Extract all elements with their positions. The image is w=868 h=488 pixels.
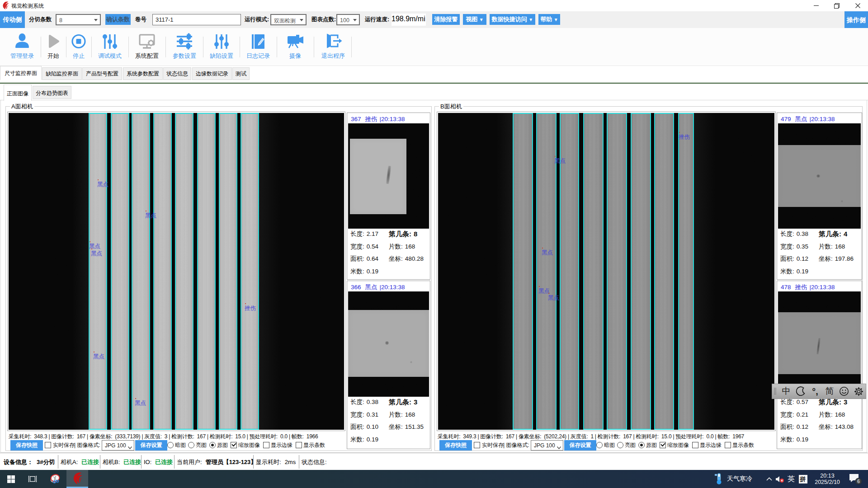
slit-count-combobox[interactable]: 8 xyxy=(56,14,101,25)
transmission-side-button[interactable]: 传动侧 xyxy=(0,11,25,28)
zoom-image-checkbox[interactable] xyxy=(660,442,666,448)
defect-stat-label: 坐标: xyxy=(389,255,403,262)
show-edge-checkbox[interactable] xyxy=(263,442,269,448)
action-center-button[interactable]: 6 xyxy=(846,470,864,488)
image-format-combobox[interactable]: JPG 100 xyxy=(531,440,563,450)
dropdown-caret-icon: ▼ xyxy=(479,17,484,22)
tab-front-image[interactable]: 正面图像 xyxy=(4,84,32,101)
toolbar-item-7[interactable]: 缺陷设置 xyxy=(203,32,240,63)
volume-muted-button[interactable] xyxy=(774,470,786,488)
main-tab-6[interactable]: 边缘数据记录 xyxy=(192,67,232,80)
system-config-icon xyxy=(129,33,165,51)
close-button[interactable] xyxy=(847,0,868,11)
toolbar-item-9[interactable]: 摄像 xyxy=(277,32,313,63)
main-tab-2[interactable]: 缺陷监控界面 xyxy=(42,67,82,80)
maximize-button[interactable] xyxy=(826,0,847,11)
zoom-image-checkbox-label: 缩放图像 xyxy=(238,441,260,449)
defect-panel[interactable]: 479黑点|20:13:38长度:0.38第几条:4宽度:0.35片数:168面… xyxy=(777,113,862,280)
camera-b-image-frame: 挫伤黑点黑点黑点黑点 xyxy=(437,112,776,431)
camera-b-image[interactable]: 挫伤黑点黑点黑点黑点 xyxy=(438,113,774,430)
toolbar-item-1[interactable]: 管理登录 xyxy=(4,32,40,63)
original-image-radio[interactable] xyxy=(209,442,216,448)
save-settings-button[interactable]: 保存设置 xyxy=(564,440,596,450)
weather-text[interactable]: 天气寒冷 xyxy=(725,470,754,488)
inspection-app-taskbar-button[interactable] xyxy=(66,470,88,488)
toolbar-item-4[interactable]: 调试模式 xyxy=(92,32,128,63)
start-button[interactable] xyxy=(0,470,22,488)
show-strips-checkbox[interactable] xyxy=(296,442,302,448)
defect-stat-label: 面积: xyxy=(780,423,794,430)
save-settings-button[interactable]: 保存设置 xyxy=(135,440,167,450)
ime-language-indicator[interactable]: 英 xyxy=(786,470,797,488)
ime-mode-indicator[interactable]: 拼 xyxy=(797,470,808,488)
dark-image-radio[interactable] xyxy=(167,442,174,448)
view-menu-button[interactable]: 视图 ▼ xyxy=(463,14,486,25)
ime-chinese-mode-button[interactable]: 中 xyxy=(780,384,792,399)
minimize-button[interactable] xyxy=(806,0,826,11)
chart-points-combobox[interactable]: 100 xyxy=(336,14,360,25)
snipping-tool-button[interactable] xyxy=(44,470,66,488)
slit-count-value: 8 xyxy=(59,17,62,23)
image-format-combobox[interactable]: JPG 100 xyxy=(102,440,134,450)
defect-thumbnail xyxy=(778,291,861,397)
main-tab-strip: 尺寸监控界面缺陷监控界面产品型号配置系统参数配置状态信息边缘数据记录测试 xyxy=(0,66,868,80)
camera-a-defect-column: 367挫伤|20:13:38长度:2.17第几条:8宽度:0.54片数:168面… xyxy=(347,113,430,450)
toolbar-item-5[interactable]: 系统配置 xyxy=(129,32,165,63)
confirm-count-button[interactable]: 确认条数 xyxy=(105,14,131,25)
ime-settings-button[interactable] xyxy=(853,384,864,399)
defect-stat-value: 0.57 xyxy=(797,399,808,405)
realtime-save-checkbox[interactable] xyxy=(474,442,480,448)
show-edge-checkbox-label: 显示边缘 xyxy=(271,441,292,449)
run-mode-combobox[interactable]: 双面检测 xyxy=(270,14,307,25)
defect-stat-value: 0.21 xyxy=(797,411,808,418)
bright-image-radio[interactable] xyxy=(188,442,194,448)
stat-label: 帧数: xyxy=(717,433,730,440)
restore-icon xyxy=(834,3,840,9)
camera-a-image[interactable]: 黑点黑点黑点黑点挫伤黑点黑点 xyxy=(9,113,344,430)
statusbar-item: 相机A:已连接 xyxy=(61,458,99,466)
chart-points-value: 100 xyxy=(340,17,349,23)
tray-expand-chevron[interactable] xyxy=(764,470,774,488)
slit-count-label: 分切条数 xyxy=(29,11,52,28)
zoom-image-checkbox[interactable] xyxy=(231,442,237,448)
defect-annotation: 黑点 xyxy=(548,294,559,302)
show-strips-checkbox[interactable] xyxy=(725,442,731,448)
toolbar-item-6[interactable]: 参数设置 xyxy=(166,32,203,63)
realtime-save-checkbox[interactable] xyxy=(45,442,51,448)
main-tab-5[interactable]: 状态信息 xyxy=(163,67,191,80)
roll-number-input[interactable]: 3117-1 xyxy=(152,14,241,25)
bright-image-radio[interactable] xyxy=(617,442,623,448)
ime-simplified-button[interactable]: 简 xyxy=(824,384,835,399)
material-strip xyxy=(654,113,674,430)
save-snapshot-button[interactable]: 保存快照 xyxy=(10,440,43,450)
task-view-button[interactable] xyxy=(22,470,43,488)
dark-image-radio[interactable] xyxy=(596,442,603,448)
thermometer-icon[interactable] xyxy=(712,470,724,488)
ime-emoji-button[interactable] xyxy=(838,384,850,399)
main-tab-3[interactable]: 产品型号配置 xyxy=(82,67,122,80)
ime-punctuation-button[interactable]: °, xyxy=(809,384,821,399)
toolbar-item-8[interactable]: 日志记录 xyxy=(240,32,276,63)
clear-alarm-button[interactable]: 清除报警 xyxy=(432,14,460,25)
help-menu-button[interactable]: 帮助 ▼ xyxy=(538,14,560,25)
ime-drag-handle[interactable] xyxy=(774,384,777,399)
operator-side-button[interactable]: 操作侧 xyxy=(844,11,868,28)
original-image-radio[interactable] xyxy=(638,442,645,448)
defect-panel[interactable]: 478挫伤|20:13:38长度:0.57第几条:3宽度:0.21片数:168面… xyxy=(777,281,862,449)
defect-point-marker xyxy=(245,303,246,304)
defect-panel[interactable]: 366黑点|20:13:38长度:0.38第几条:3宽度:0.31片数:168面… xyxy=(347,281,430,449)
clock[interactable]: 20:13 2025/2/10 xyxy=(811,470,844,488)
show-edge-checkbox[interactable] xyxy=(692,442,698,448)
main-tab-7[interactable]: 测试 xyxy=(232,67,250,80)
tab-distribution-chart[interactable]: 分布趋势图表 xyxy=(33,86,71,99)
defect-stat-value: 168 xyxy=(405,411,415,418)
ime-fullwidth-moon-button[interactable] xyxy=(795,384,807,399)
main-tab-1[interactable]: 尺寸监控界面 xyxy=(0,66,42,80)
data-access-menu-button[interactable]: 数据快捷访问 ▼ xyxy=(490,14,535,25)
main-tab-4[interactable]: 系统参数配置 xyxy=(123,67,163,80)
toolbar-item-10[interactable]: 退出程序 xyxy=(315,32,351,63)
save-snapshot-button[interactable]: 保存快照 xyxy=(439,440,472,450)
defect-panel[interactable]: 367挫伤|20:13:38长度:2.17第几条:8宽度:0.54片数:168面… xyxy=(347,113,430,280)
defect-stat: 米数:0.19 xyxy=(780,267,808,276)
close-icon xyxy=(855,3,860,8)
